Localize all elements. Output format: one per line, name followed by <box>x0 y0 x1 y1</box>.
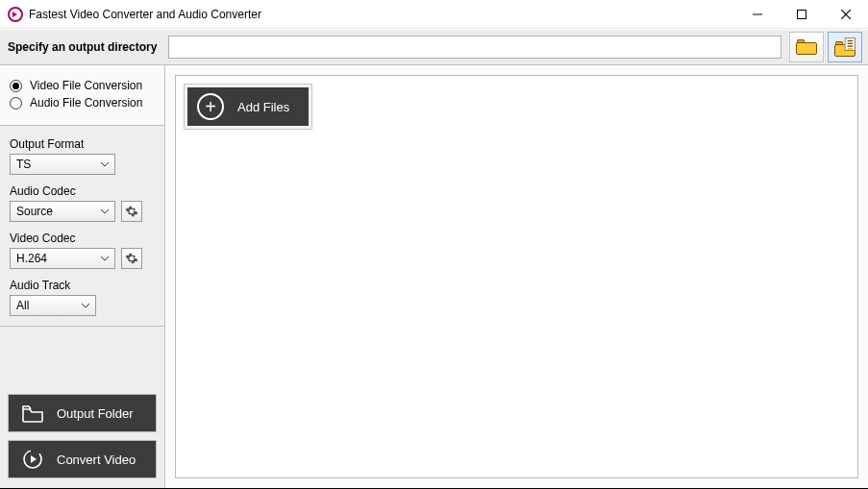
radio-icon <box>10 80 22 92</box>
radio-audio-label: Audio File Conversion <box>30 96 142 110</box>
output-directory-label: Specify an output directory <box>8 40 157 54</box>
open-output-button[interactable] <box>828 32 862 62</box>
audio-codec-value: Source <box>16 205 53 218</box>
audio-track-label: Audio Track <box>10 279 155 292</box>
audio-codec-settings-button[interactable] <box>121 201 142 222</box>
audio-track-select[interactable]: All <box>10 295 96 316</box>
radio-video-label: Video File Conversion <box>30 79 142 92</box>
output-directory-input[interactable] <box>168 36 781 59</box>
minimize-icon <box>753 10 762 19</box>
window-title: Fastest Video Converter and Audio Conver… <box>29 8 261 21</box>
main-area: + Add Files <box>165 65 868 488</box>
chevron-down-icon <box>82 304 89 308</box>
output-format-value: TS <box>16 158 31 171</box>
audio-codec-select[interactable]: Source <box>10 201 115 222</box>
convert-label: Convert Video <box>57 452 136 467</box>
title-bar: Fastest Video Converter and Audio Conver… <box>0 0 868 29</box>
folder-outline-icon <box>20 401 45 426</box>
close-icon <box>841 10 851 19</box>
convert-button[interactable]: Convert Video <box>8 440 157 478</box>
sidebar: Video File Conversion Audio File Convers… <box>0 65 165 488</box>
folder-document-icon <box>834 37 856 57</box>
conversion-mode-group: Video File Conversion Audio File Convers… <box>0 65 164 126</box>
plus-circle-icon: + <box>197 93 224 120</box>
output-folder-label: Output Folder <box>57 406 134 421</box>
chevron-down-icon <box>101 257 109 261</box>
svg-marker-5 <box>31 455 37 463</box>
audio-track-value: All <box>16 299 29 312</box>
video-codec-label: Video Codec <box>10 232 155 245</box>
maximize-button[interactable] <box>780 0 824 29</box>
gear-icon <box>125 205 138 218</box>
output-toolbar: Specify an output directory <box>0 29 868 65</box>
output-format-select[interactable]: TS <box>10 154 115 175</box>
close-button[interactable] <box>824 0 868 29</box>
action-buttons: Output Folder Convert Video <box>0 384 164 488</box>
add-files-button[interactable]: + Add Files <box>187 87 309 126</box>
chevron-down-icon <box>101 209 109 214</box>
radio-icon <box>10 97 22 110</box>
video-codec-value: H.264 <box>16 252 47 265</box>
radio-video-conversion[interactable]: Video File Conversion <box>10 79 155 92</box>
browse-output-button[interactable] <box>789 32 824 62</box>
file-list-area: + Add Files <box>175 75 858 478</box>
folder-icon <box>796 39 817 55</box>
video-codec-select[interactable]: H.264 <box>10 248 115 269</box>
video-codec-settings-button[interactable] <box>121 248 142 269</box>
maximize-icon <box>797 10 806 19</box>
settings-panel: Output Format TS Audio Codec Source <box>0 126 164 327</box>
convert-icon <box>20 447 45 472</box>
audio-codec-label: Audio Codec <box>10 184 155 198</box>
minimize-button[interactable] <box>735 0 780 29</box>
chevron-down-icon <box>101 162 109 167</box>
add-files-label: Add Files <box>237 100 289 114</box>
output-format-label: Output Format <box>10 137 155 151</box>
app-icon <box>8 7 23 22</box>
output-folder-button[interactable]: Output Folder <box>8 394 157 432</box>
svg-rect-1 <box>798 10 806 18</box>
radio-audio-conversion[interactable]: Audio File Conversion <box>10 96 155 110</box>
gear-icon <box>125 252 138 265</box>
